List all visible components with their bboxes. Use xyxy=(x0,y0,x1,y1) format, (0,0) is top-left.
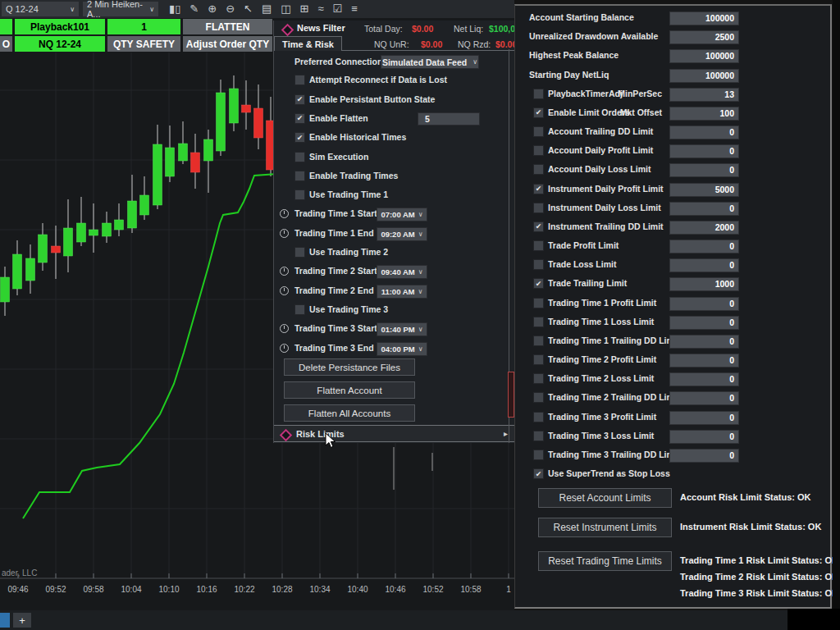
zoom-in-icon[interactable]: ⊕ xyxy=(208,0,217,18)
account-starting-balance-input[interactable]: 100000 xyxy=(669,11,739,25)
cursor-icon[interactable]: ↖ xyxy=(244,0,253,18)
trading-time-3-trailing-dd-limit-input[interactable]: 0 xyxy=(669,449,739,463)
instrument-trailing-dd-limit-input[interactable]: 2000 xyxy=(669,221,739,235)
zoom-out-icon[interactable]: ⊖ xyxy=(226,0,235,18)
instrument-daily-loss-limit-input[interactable]: 0 xyxy=(669,202,739,216)
enable-flatten-label: Enable Flatten xyxy=(309,113,368,123)
grid-cell-cut-bottom[interactable]: O xyxy=(0,36,12,52)
draw-pencil-icon[interactable]: ✎ xyxy=(189,0,199,18)
trade-profit-limit-input[interactable]: 0 xyxy=(669,240,739,253)
checkbox-trading-time-3-trailing-dd-limit[interactable] xyxy=(533,450,544,460)
checkbox-enable-historical-times[interactable]: ✔ xyxy=(294,132,305,143)
trade-trailing-limit-input[interactable]: 1000 xyxy=(669,277,739,291)
enable-limit-orders-input[interactable]: 100 xyxy=(669,107,739,121)
checkbox-trading-time-2-loss-limit[interactable] xyxy=(533,373,544,384)
trading-time-2-profit-limit-input[interactable]: 0 xyxy=(669,354,739,368)
checkbox-enable-limit-orders[interactable]: ✔ xyxy=(533,107,544,118)
checkbox-trading-time-3-profit-limit[interactable] xyxy=(533,412,544,422)
checkbox-trade-loss-limit[interactable] xyxy=(533,259,544,270)
data-box-icon[interactable]: ⊞ xyxy=(300,0,309,18)
workspace-tab[interactable] xyxy=(0,613,10,628)
panels-icon[interactable]: ◫ xyxy=(281,0,290,18)
checkbox-trading-time-2-trailing-dd-limit[interactable] xyxy=(533,392,544,403)
checkbox-account-daily-loss-limit[interactable] xyxy=(533,164,544,175)
flatten-account-button[interactable]: Flatten Account xyxy=(284,381,415,399)
svg-text:09:58: 09:58 xyxy=(83,585,103,594)
checkbox-use-trading-time-1[interactable] xyxy=(294,189,305,200)
notes-icon[interactable]: ▤ xyxy=(262,0,272,18)
qty-safety-button[interactable]: QTY SAFETY xyxy=(107,36,180,52)
checkbox-trade-trailing-limit[interactable]: ✔ xyxy=(533,278,544,289)
checkbox-trading-time-3-loss-limit[interactable] xyxy=(533,431,544,441)
mid-panel-scrollbar-thumb[interactable] xyxy=(508,372,514,418)
checkbox-playbacktimeradj[interactable] xyxy=(533,89,544,99)
trade-loss-limit-input[interactable]: 0 xyxy=(669,258,739,272)
flatten-all-accounts-button[interactable]: Flatten All Accounts xyxy=(284,404,415,422)
checkbox-trading-time-1-loss-limit[interactable] xyxy=(533,317,544,327)
instrument-dropdown[interactable]: Q 12-24 ∨ xyxy=(2,2,79,16)
line-tool-icon[interactable]: ≈ xyxy=(317,0,323,18)
checkbox-instrument-daily-loss-limit[interactable] xyxy=(533,203,544,213)
trading-time-3-loss-limit-input[interactable]: 0 xyxy=(669,430,739,444)
unrealized-drawdown-available-input[interactable]: 2500 xyxy=(669,30,739,44)
checkbox-use-supertrend-as-stop-loss[interactable]: ✔ xyxy=(533,468,544,479)
instrument-daily-profit-limit-input[interactable]: 5000 xyxy=(669,183,739,197)
list-icon[interactable]: ≡ xyxy=(351,0,358,18)
account-button[interactable]: Playback101 xyxy=(15,19,105,34)
trading-time-2-trailing-dd-limit-input[interactable]: 0 xyxy=(669,391,739,405)
delete-persistance-files-button[interactable]: Delete Persistance Files xyxy=(284,358,415,376)
reset-instrument-limits-button[interactable]: Reset Instrument Limits xyxy=(538,518,672,537)
trading-time-2-loss-limit-input[interactable]: 0 xyxy=(669,372,739,386)
checkbox-account-trailing-dd-limit[interactable] xyxy=(533,126,544,137)
grid-cell-cut-top[interactable] xyxy=(0,19,12,34)
checkbox-sim-execution[interactable] xyxy=(294,152,305,162)
checkbox-instrument-trailing-dd-limit[interactable]: ✔ xyxy=(533,221,544,232)
checkbox-instrument-daily-profit-limit[interactable]: ✔ xyxy=(533,184,544,194)
playbacktimeradj-input[interactable]: 13 xyxy=(669,88,739,102)
checkbox-trading-time-1-trailing-dd-limit[interactable] xyxy=(533,336,544,346)
chart-toolbar: Q 12-24 ∨ 2 Min Heiken-A... ∨ ▮▯✎⊕⊖↖▤◫⊞≈… xyxy=(0,0,514,18)
checkbox-enable-trading-times[interactable] xyxy=(294,171,305,181)
adjust-order-qty-button[interactable]: Adjust Order QTY xyxy=(183,36,272,52)
checkbox-enable-flatten[interactable]: ✔ xyxy=(294,113,305,124)
checkbox-use-trading-time-2[interactable] xyxy=(294,247,305,258)
checkbox-trading-time-1-profit-limit[interactable] xyxy=(533,298,544,308)
chevron-down-icon: ∨ xyxy=(149,6,154,13)
trading-time-1-end-dropdown[interactable]: 09:20 AM∨ xyxy=(377,227,427,241)
reset-account-limits-button[interactable]: Reset Account Limits xyxy=(538,488,672,508)
reset-trading-time-limits-button[interactable]: Reset Trading Time Limits xyxy=(538,551,672,571)
checkbox-trading-time-2-profit-limit[interactable] xyxy=(533,354,544,365)
add-tab-button[interactable]: + xyxy=(13,613,31,628)
checkbox-use-trading-time-3[interactable] xyxy=(294,304,305,315)
flatten-button[interactable]: FLATTEN xyxy=(183,19,272,34)
trading-time-1-profit-limit-input[interactable]: 0 xyxy=(669,297,739,311)
trading-time-1-start-dropdown[interactable]: 07:00 AM∨ xyxy=(377,208,427,221)
qty-button[interactable]: 1 xyxy=(107,19,180,34)
account-daily-profit-limit-input[interactable]: 0 xyxy=(669,144,739,158)
trading-time-3-profit-limit-input[interactable]: 0 xyxy=(669,411,739,425)
checklist-icon[interactable]: ☑ xyxy=(333,0,343,18)
highest-peak-balance-input[interactable]: 100000 xyxy=(669,49,739,63)
enable-flatten-input[interactable]: 5 xyxy=(418,112,480,126)
trading-time-2-start-dropdown[interactable]: 09:40 AM∨ xyxy=(377,265,427,279)
checkbox-account-daily-profit-limit[interactable] xyxy=(533,145,544,156)
trading-time-1-loss-limit-input[interactable]: 0 xyxy=(669,316,739,330)
starting-day-netliq-input[interactable]: 100000 xyxy=(669,69,739,83)
sim-execution-label: Sim Execution xyxy=(309,152,368,162)
interval-dropdown[interactable]: 2 Min Heiken-A... ∨ xyxy=(83,2,158,16)
account-trailing-dd-limit-input[interactable]: 0 xyxy=(669,126,739,139)
preferred-connection-dropdown[interactable]: Simulated Data Feed∨ xyxy=(381,55,479,69)
trading-time-3-end-dropdown[interactable]: 04:00 PM∨ xyxy=(377,342,427,356)
checkbox-trade-profit-limit[interactable] xyxy=(533,240,544,251)
checkbox-attempt-reconnect-if-data-is-lost[interactable] xyxy=(294,75,305,85)
chart-type-icon[interactable]: ▮▯ xyxy=(169,0,180,18)
trading-time-3-start-dropdown[interactable]: 01:40 PM∨ xyxy=(377,322,427,336)
risk-limits-menu-item[interactable]: Risk Limits ▸ xyxy=(274,425,514,442)
checkbox-enable-persistant-button-state[interactable]: ✔ xyxy=(294,94,305,105)
instrument-button[interactable]: NQ 12-24 xyxy=(15,36,105,52)
trading-time-2-end-dropdown[interactable]: 11:00 AM∨ xyxy=(377,285,427,299)
trading-time-1-trailing-dd-limit-input[interactable]: 0 xyxy=(669,335,739,349)
svg-text:10:40: 10:40 xyxy=(347,585,368,594)
tab-time-and-risk[interactable]: Time & Risk xyxy=(274,36,342,51)
account-daily-loss-limit-input[interactable]: 0 xyxy=(669,163,739,177)
